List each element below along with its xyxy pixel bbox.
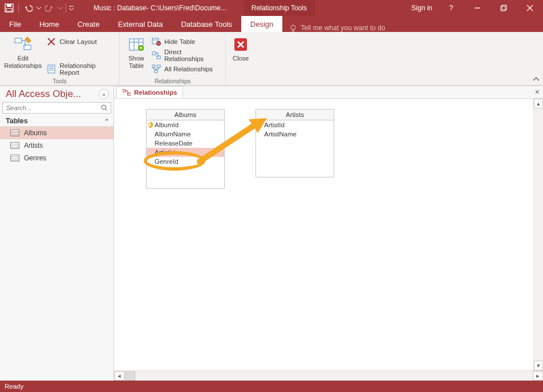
- clear-layout-button[interactable]: Clear Layout: [44, 35, 116, 48]
- field-releasedate[interactable]: ReleaseDate: [147, 139, 224, 148]
- lightbulb-icon: [289, 24, 297, 32]
- tab-external-data[interactable]: External Data: [109, 16, 172, 32]
- redo-dropdown-icon[interactable]: [58, 1, 63, 15]
- table-box-albums[interactable]: Albums AlbumId AlbumName ReleaseDate Art…: [146, 109, 225, 189]
- svg-rect-39: [128, 93, 131, 95]
- hide-table-button[interactable]: Hide Table: [149, 35, 222, 48]
- nav-item-albums[interactable]: Albums: [0, 127, 114, 139]
- hide-table-icon: [152, 37, 161, 46]
- tab-database-tools[interactable]: Database Tools: [172, 16, 241, 32]
- horizontal-scrollbar[interactable]: ◄ ►: [114, 370, 543, 381]
- edit-relationships-button[interactable]: Edit Relationships: [3, 34, 42, 69]
- table-box-artists[interactable]: Artists ArtistId ArtistName: [256, 109, 334, 177]
- close-button[interactable]: Close: [229, 34, 252, 62]
- search-icon[interactable]: [98, 103, 111, 113]
- table-icon: [10, 142, 19, 149]
- nav-item-label: Genres: [24, 154, 46, 162]
- help-icon[interactable]: ?: [438, 0, 464, 16]
- undo-icon[interactable]: [21, 1, 35, 15]
- tab-file[interactable]: File: [0, 16, 30, 32]
- scroll-up-icon[interactable]: ▲: [534, 99, 543, 108]
- tell-me-label: Tell me what you want to do: [301, 24, 385, 32]
- quick-access-toolbar: [0, 1, 76, 15]
- tab-design[interactable]: Design: [241, 16, 282, 32]
- svg-rect-28: [152, 52, 156, 55]
- relationships-canvas[interactable]: Albums AlbumId AlbumName ReleaseDate Art…: [114, 99, 543, 370]
- title-bar: Music : Database- C:\Users\Fred\Docume..…: [0, 0, 543, 16]
- scroll-right-icon[interactable]: ►: [533, 371, 543, 381]
- sign-in-button[interactable]: Sign in: [406, 4, 438, 12]
- show-table-icon: [127, 35, 145, 54]
- nav-group-tables[interactable]: Tables ⌃: [0, 115, 114, 127]
- svg-point-8: [291, 25, 295, 30]
- close-label: Close: [233, 55, 249, 62]
- nav-search-box[interactable]: [2, 102, 111, 114]
- relationship-report-button[interactable]: Relationship Report: [44, 63, 116, 75]
- nav-pane-title[interactable]: All Access Obje...: [6, 88, 99, 100]
- all-relationships-button[interactable]: All Relationships: [149, 63, 222, 75]
- relationship-report-label: Relationship Report: [59, 62, 114, 76]
- field-albumid[interactable]: AlbumId: [147, 120, 224, 130]
- redo-icon[interactable]: [43, 1, 56, 15]
- svg-rect-2: [6, 9, 12, 11]
- group-collapse-icon[interactable]: ⌃: [104, 118, 109, 124]
- tab-home[interactable]: Home: [30, 16, 68, 32]
- table-icon: [10, 130, 19, 136]
- show-table-button[interactable]: Show Table: [123, 34, 149, 69]
- document-area: Relationships × Albums AlbumId AlbumName…: [114, 86, 543, 381]
- group-label-tools: Tools: [0, 78, 119, 86]
- field-artistname[interactable]: ArtistName: [256, 130, 334, 139]
- nav-collapse-icon[interactable]: «: [99, 89, 109, 99]
- save-icon[interactable]: [2, 1, 16, 15]
- direct-relationships-label: Direct Relationships: [164, 49, 220, 62]
- field-label: AlbumName: [155, 131, 191, 138]
- scroll-left-icon[interactable]: ◄: [114, 371, 124, 381]
- svg-rect-38: [123, 90, 125, 92]
- search-input[interactable]: [3, 103, 98, 113]
- field-artistid[interactable]: ArtistId: [256, 120, 334, 130]
- svg-rect-5: [502, 5, 506, 10]
- document-tab-relationships[interactable]: Relationships: [116, 86, 183, 98]
- status-text: Ready: [5, 383, 23, 390]
- nav-item-genres[interactable]: Genres: [0, 152, 114, 164]
- field-label: ArtistName: [264, 131, 297, 138]
- status-bar: Ready: [0, 381, 543, 392]
- ribbon-tab-strip: File Home Create External Data Database …: [0, 16, 543, 32]
- vertical-scrollbar[interactable]: ▲ ▼: [533, 99, 543, 370]
- document-tab-label: Relationships: [134, 89, 177, 96]
- all-relationships-icon: [152, 64, 161, 74]
- minimize-icon[interactable]: [464, 0, 491, 16]
- direct-relationships-button[interactable]: Direct Relationships: [149, 49, 222, 62]
- svg-rect-4: [501, 6, 505, 11]
- svg-rect-29: [157, 56, 160, 59]
- svg-rect-11: [15, 38, 22, 43]
- group-label-relationships: Relationships: [120, 78, 225, 86]
- field-albumname[interactable]: AlbumName: [147, 130, 224, 139]
- tab-create[interactable]: Create: [68, 16, 109, 32]
- svg-line-37: [106, 109, 107, 111]
- show-table-label: Show Table: [128, 55, 144, 69]
- svg-rect-32: [155, 70, 157, 72]
- clear-layout-icon: [47, 37, 56, 46]
- svg-rect-31: [157, 65, 160, 67]
- document-close-icon[interactable]: ×: [535, 87, 540, 96]
- scroll-down-icon[interactable]: ▼: [534, 361, 543, 370]
- field-label: AlbumId: [155, 122, 179, 128]
- collapse-ribbon-icon[interactable]: [533, 76, 540, 83]
- tell-me-input[interactable]: Tell me what you want to do: [282, 24, 392, 32]
- field-label: ReleaseDate: [155, 140, 192, 147]
- document-tab-strip: Relationships ×: [114, 86, 543, 99]
- restore-icon[interactable]: [491, 0, 517, 16]
- table-box-title: Albums: [147, 110, 224, 120]
- nav-item-artists[interactable]: Artists: [0, 139, 114, 152]
- undo-dropdown-icon[interactable]: [36, 1, 42, 15]
- scroll-thumb[interactable]: [125, 371, 135, 381]
- close-window-icon[interactable]: [517, 0, 543, 16]
- contextual-tab-label: Relationship Tools: [244, 0, 315, 16]
- hide-table-label: Hide Table: [164, 38, 195, 45]
- qat-customize-icon[interactable]: [68, 1, 74, 15]
- close-icon: [232, 35, 250, 54]
- svg-point-36: [102, 105, 106, 110]
- clear-layout-label: Clear Layout: [59, 38, 96, 45]
- annotation-oval: [144, 151, 205, 171]
